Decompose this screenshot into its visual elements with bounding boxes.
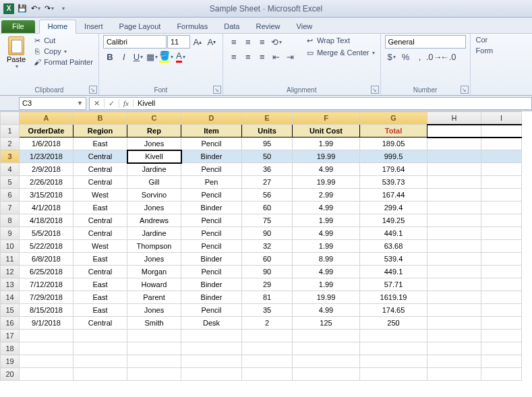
- header-cell[interactable]: Region: [73, 125, 127, 138]
- cell-E14[interactable]: 81: [242, 291, 293, 304]
- tab-file[interactable]: File: [1, 20, 35, 33]
- col-header-D[interactable]: D: [181, 112, 242, 125]
- cell-C18[interactable]: [127, 342, 181, 355]
- cell-A7[interactable]: 4/1/2018: [20, 202, 73, 214]
- cell-B13[interactable]: East: [73, 278, 127, 291]
- format-painter-button[interactable]: 🖌Format Painter: [31, 57, 94, 67]
- decrease-decimal-button[interactable]: ←.0: [442, 50, 455, 63]
- cell-G15[interactable]: 174.65: [360, 304, 427, 317]
- wrap-text-button[interactable]: ↩Wrap Text: [304, 35, 376, 46]
- cell-A4[interactable]: 2/9/2018: [20, 163, 73, 176]
- cell-C17[interactable]: [127, 330, 181, 342]
- cell-C6[interactable]: Sorvino: [127, 189, 181, 202]
- cell-E4[interactable]: 36: [242, 163, 293, 176]
- name-box[interactable]: C3 ▼: [19, 97, 86, 110]
- cell[interactable]: [481, 138, 522, 150]
- cell-I17[interactable]: [481, 330, 522, 342]
- cell-D14[interactable]: Binder: [181, 291, 242, 304]
- cell[interactable]: [481, 304, 522, 317]
- undo-button[interactable]: ↶▾: [30, 3, 42, 15]
- grow-font-button[interactable]: A▴: [191, 35, 204, 49]
- redo-button[interactable]: ↷▾: [43, 3, 55, 15]
- row-header-6[interactable]: 6: [1, 189, 20, 202]
- save-button[interactable]: 💾: [16, 3, 28, 15]
- formula-input[interactable]: [134, 99, 531, 107]
- cell-E12[interactable]: 90: [242, 266, 293, 278]
- cell-A18[interactable]: [20, 342, 73, 355]
- font-name-select[interactable]: [103, 35, 167, 49]
- font-size-select[interactable]: [167, 35, 190, 49]
- cell-E5[interactable]: 27: [242, 176, 293, 189]
- cell-D15[interactable]: Pencil: [181, 304, 242, 317]
- cell[interactable]: [481, 202, 522, 214]
- cell-F11[interactable]: 8.99: [293, 253, 360, 266]
- row-header-15[interactable]: 15: [1, 304, 20, 317]
- col-header-A[interactable]: A: [20, 112, 73, 125]
- cell-D4[interactable]: Pencil: [181, 163, 242, 176]
- cell-F10[interactable]: 1.99: [293, 240, 360, 253]
- col-header-G[interactable]: G: [360, 112, 427, 125]
- cell-A11[interactable]: 6/8/2018: [20, 253, 73, 266]
- cell-B9[interactable]: Central: [73, 227, 127, 240]
- cell[interactable]: [427, 189, 481, 202]
- cell-H19[interactable]: [427, 355, 481, 368]
- row-header-4[interactable]: 4: [1, 163, 20, 176]
- cell[interactable]: [427, 266, 481, 278]
- alignment-launcher[interactable]: ↘: [371, 86, 379, 94]
- cell-G16[interactable]: 250: [360, 317, 427, 330]
- cell[interactable]: [427, 125, 481, 138]
- cell[interactable]: [481, 227, 522, 240]
- cell-D19[interactable]: [181, 355, 242, 368]
- cell-E6[interactable]: 56: [242, 189, 293, 202]
- row-header-10[interactable]: 10: [1, 240, 20, 253]
- cell-F17[interactable]: [293, 330, 360, 342]
- cell-F18[interactable]: [293, 342, 360, 355]
- cell-A19[interactable]: [20, 355, 73, 368]
- col-header-F[interactable]: F: [293, 112, 360, 125]
- cell-I18[interactable]: [481, 342, 522, 355]
- cell-I20[interactable]: [481, 368, 522, 381]
- enter-formula-button[interactable]: ✓: [105, 99, 119, 108]
- row-header-1[interactable]: 1: [1, 125, 20, 138]
- row-header-8[interactable]: 8: [1, 214, 20, 227]
- percent-button[interactable]: %: [399, 50, 413, 63]
- cell-G10[interactable]: 63.68: [360, 240, 427, 253]
- app-icon[interactable]: X: [3, 3, 15, 15]
- cell-D17[interactable]: [181, 330, 242, 342]
- header-cell[interactable]: Total: [360, 125, 427, 138]
- tab-formulas[interactable]: Formulas: [169, 20, 216, 33]
- header-cell[interactable]: Units: [242, 125, 293, 138]
- row-header-20[interactable]: 20: [1, 368, 20, 381]
- cell-F2[interactable]: 1.99: [293, 138, 360, 150]
- cell-E20[interactable]: [242, 368, 293, 381]
- cell[interactable]: [427, 176, 481, 189]
- cell-B20[interactable]: [73, 368, 127, 381]
- cell-A14[interactable]: 7/29/2018: [20, 291, 73, 304]
- cell-C11[interactable]: Jones: [127, 253, 181, 266]
- align-top-button[interactable]: ≡: [227, 35, 241, 49]
- cell-G19[interactable]: [360, 355, 427, 368]
- cell[interactable]: [481, 214, 522, 227]
- cell-F19[interactable]: [293, 355, 360, 368]
- row-header-9[interactable]: 9: [1, 227, 20, 240]
- cell-B5[interactable]: Central: [73, 176, 127, 189]
- cell-G4[interactable]: 179.64: [360, 163, 427, 176]
- cell-B2[interactable]: East: [73, 138, 127, 150]
- cell-G2[interactable]: 189.05: [360, 138, 427, 150]
- tab-view[interactable]: View: [289, 20, 321, 33]
- row-header-7[interactable]: 7: [1, 202, 20, 214]
- tab-review[interactable]: Review: [247, 20, 288, 33]
- cell[interactable]: [481, 291, 522, 304]
- cell-F3[interactable]: 19.99: [293, 150, 360, 163]
- cell-A13[interactable]: 7/12/2018: [20, 278, 73, 291]
- header-cell[interactable]: OrderDate: [20, 125, 73, 138]
- tab-home[interactable]: Home: [39, 20, 76, 34]
- cell-C5[interactable]: Gill: [127, 176, 181, 189]
- cell-G14[interactable]: 1619.19: [360, 291, 427, 304]
- cell[interactable]: [427, 163, 481, 176]
- cell-E16[interactable]: 2: [242, 317, 293, 330]
- cell-B19[interactable]: [73, 355, 127, 368]
- increase-indent-button[interactable]: ⇥: [284, 50, 297, 63]
- paste-button[interactable]: Paste ▾: [4, 35, 28, 71]
- cell[interactable]: [427, 253, 481, 266]
